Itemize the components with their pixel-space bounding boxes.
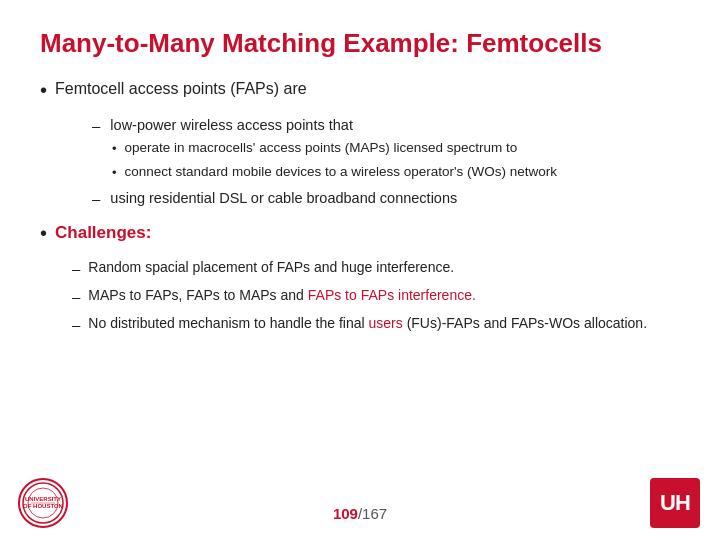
current-page: 109 <box>333 505 358 522</box>
slide-title: Many-to-Many Matching Example: Femtocell… <box>40 28 680 59</box>
svg-text:UNIVERSITY: UNIVERSITY <box>25 496 61 502</box>
sub-bullet-lowpower-text: low-power wireless access points that <box>110 114 353 136</box>
challenge-dash-2: – <box>72 286 80 307</box>
challenge-item-1: – Random spacial placement of FAPs and h… <box>72 257 680 279</box>
challenge-text-2: MAPs to FAPs, FAPs to MAPs and FAPs to F… <box>88 285 476 305</box>
logo-right: UH <box>650 478 702 530</box>
challenge-text-3: No distributed mechanism to handle the f… <box>88 313 647 333</box>
sub-bullet-lowpower: – low-power wireless access points that <box>92 114 680 137</box>
challenge-2-before: MAPs to FAPs, FAPs to MAPs and <box>88 287 307 303</box>
sub-bullet-dash-2: – <box>92 187 100 210</box>
sub-sub-bullet-2: • connect standard mobile devices to a w… <box>112 163 680 183</box>
challenge-2-highlight: FAPs to FAPs interference. <box>308 287 476 303</box>
challenges-dot: • <box>40 218 47 249</box>
challenge-dash-3: – <box>72 314 80 335</box>
sub-sub-text-2: connect standard mobile devices to a wir… <box>125 163 558 182</box>
challenges-header: • Challenges: <box>40 220 680 249</box>
sub-bullet-dash-1: – <box>92 114 100 137</box>
sub-bullet-dsl-text: using residential DSL or cable broadband… <box>110 187 457 209</box>
challenges-section: • Challenges: – Random spacial placement… <box>40 220 680 335</box>
sub-sub-dot-1: • <box>112 139 117 159</box>
challenge-dash-1: – <box>72 258 80 279</box>
slide-content: • Femtocell access points (FAPs) are – l… <box>40 77 680 335</box>
challenges-list: – Random spacial placement of FAPs and h… <box>72 257 680 335</box>
sub-bullet-dsl: – using residential DSL or cable broadba… <box>92 187 680 210</box>
main-bullet-1-text: Femtocell access points (FAPs) are <box>55 77 307 102</box>
challenges-label: Challenges: <box>55 220 151 246</box>
challenge-item-3: – No distributed mechanism to handle the… <box>72 313 680 335</box>
users-highlight: users <box>369 315 403 331</box>
slide: Many-to-Many Matching Example: Femtocell… <box>0 0 720 540</box>
sub-sub-text-1: operate in macrocells' access points (MA… <box>125 139 518 158</box>
challenge-item-2: – MAPs to FAPs, FAPs to MAPs and FAPs to… <box>72 285 680 307</box>
challenge-text-1: Random spacial placement of FAPs and hug… <box>88 257 454 277</box>
sub-sub-dot-2: • <box>112 163 117 183</box>
total-pages: 167 <box>362 505 387 522</box>
logo-left: UNIVERSITY OF HOUSTON <box>18 478 70 530</box>
main-bullet-1: • Femtocell access points (FAPs) are <box>40 77 680 106</box>
page-footer: 109 / 167 <box>0 505 720 522</box>
bullet-dot-1: • <box>40 75 47 106</box>
sub-sub-bullet-1: • operate in macrocells' access points (… <box>112 139 680 159</box>
